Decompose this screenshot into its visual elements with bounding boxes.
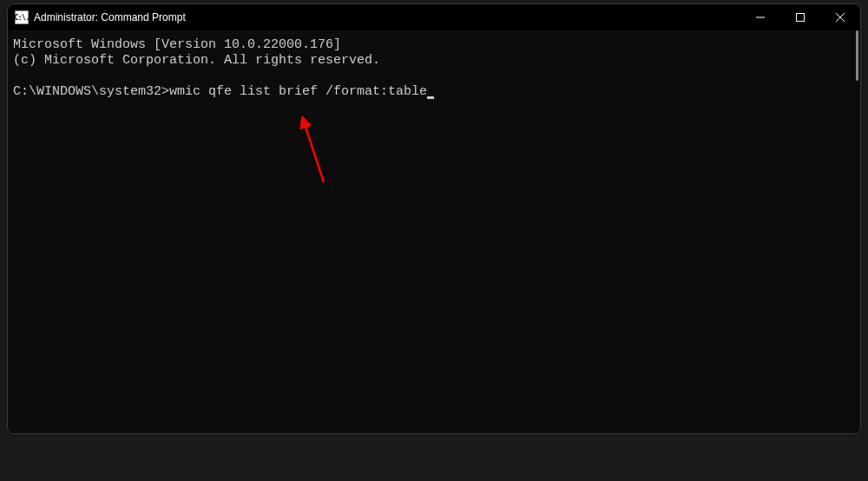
minimize-icon bbox=[756, 13, 765, 22]
terminal-output-area[interactable]: Microsoft Windows [Version 10.0.22000.17… bbox=[8, 30, 860, 433]
close-icon bbox=[836, 13, 845, 22]
window-title: Administrator: Command Prompt bbox=[34, 11, 740, 23]
text-cursor bbox=[427, 96, 434, 99]
prompt-path: C:\WINDOWS\system32> bbox=[13, 84, 169, 99]
prompt-line: C:\WINDOWS\system32>wmic qfe list brief … bbox=[13, 84, 855, 100]
maximize-icon bbox=[796, 13, 805, 22]
minimize-button[interactable] bbox=[740, 4, 780, 30]
window-controls bbox=[740, 4, 860, 30]
titlebar[interactable]: C:\. Administrator: Command Prompt bbox=[8, 4, 860, 30]
maximize-button[interactable] bbox=[780, 4, 820, 30]
svg-rect-1 bbox=[797, 14, 805, 22]
version-line: Microsoft Windows [Version 10.0.22000.17… bbox=[13, 37, 855, 53]
command-prompt-window: C:\. Administrator: Command Prompt M bbox=[7, 3, 861, 434]
vertical-scrollbar[interactable] bbox=[856, 30, 858, 81]
copyright-line: (c) Microsoft Corporation. All rights re… bbox=[13, 53, 855, 69]
command-input[interactable]: wmic qfe list brief /format:table bbox=[169, 84, 427, 99]
blank-line bbox=[13, 69, 855, 84]
close-button[interactable] bbox=[820, 4, 860, 30]
cmd-icon: C:\. bbox=[15, 10, 29, 24]
